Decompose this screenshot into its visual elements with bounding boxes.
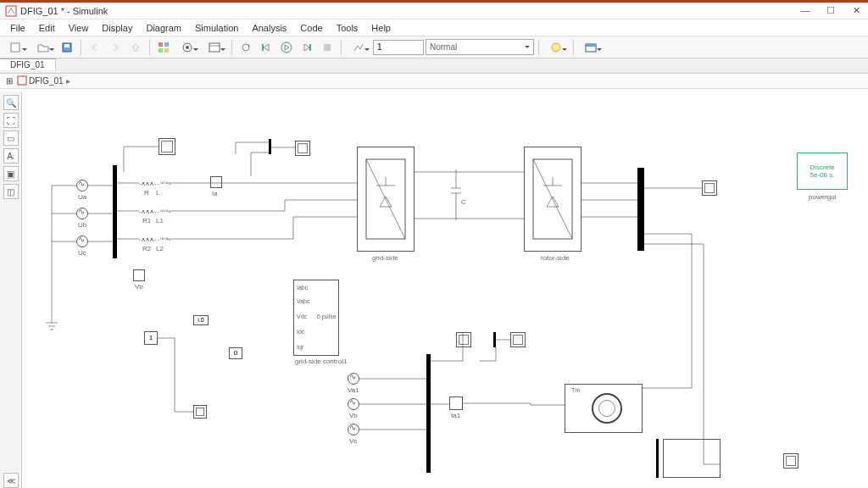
library-browser-button[interactable] xyxy=(154,39,173,56)
step-forward-button[interactable] xyxy=(298,39,316,56)
update-diagram-button[interactable] xyxy=(236,39,255,56)
bottom-button[interactable]: ≪ xyxy=(3,473,19,488)
record-button[interactable] xyxy=(346,39,371,56)
svg-rect-7 xyxy=(164,48,169,53)
expand-icon[interactable]: ⊞ xyxy=(3,76,15,86)
model-icon xyxy=(15,75,29,87)
open-button[interactable] xyxy=(31,39,56,56)
svg-rect-18 xyxy=(586,44,596,47)
menu-view[interactable]: View xyxy=(62,21,96,35)
svg-rect-0 xyxy=(6,6,16,16)
svg-rect-4 xyxy=(159,42,163,47)
menu-display[interactable]: Display xyxy=(95,21,139,35)
signal-lines xyxy=(22,92,868,488)
window-buttons: — ☐ ✕ xyxy=(798,5,863,16)
annotate-button[interactable]: Aᵢ xyxy=(3,148,19,164)
viewer-button[interactable]: ◫ xyxy=(3,184,19,199)
breadcrumb-bar: ⊞ DFIG_01 ▸ xyxy=(0,74,868,89)
zoom-button[interactable]: 🔍 xyxy=(3,95,19,110)
model-explorer-button[interactable] xyxy=(202,39,227,56)
fit-button[interactable]: ⛶ xyxy=(3,113,19,128)
model-canvas[interactable]: ⬉ Ua Ub Uc -ʌʌʌ--ᵚᵚ- R L -ʌʌʌ--ᵚᵚ- R1 L1… xyxy=(22,92,868,488)
svg-rect-10 xyxy=(209,43,220,52)
svg-point-13 xyxy=(281,42,292,53)
close-button[interactable]: ✕ xyxy=(849,5,863,16)
menu-help[interactable]: Help xyxy=(364,21,398,35)
svg-point-9 xyxy=(186,46,189,49)
work-area: 🔍 ⛶ ▭ Aᵢ ▣ ◫ ≪ ⬉ Ua Ub Uc -ʌʌʌ--ᵚᵚ- R L … xyxy=(0,92,868,488)
forward-button[interactable] xyxy=(106,39,125,56)
canvas-toolbar: 🔍 ⛶ ▭ Aᵢ ▣ ◫ ≪ xyxy=(0,92,22,488)
svg-rect-1 xyxy=(11,43,19,52)
breadcrumb-root[interactable]: DFIG_01 xyxy=(29,76,64,86)
menu-file[interactable]: File xyxy=(3,21,32,35)
chevron-right-icon: ▸ xyxy=(64,76,73,86)
window-titlebar: DFIG_01 * - Simulink — ☐ ✕ xyxy=(0,3,868,19)
tab-model[interactable]: DFIG_01 xyxy=(0,58,56,70)
menu-diagram[interactable]: Diagram xyxy=(139,21,188,35)
schedule-button[interactable] xyxy=(578,39,604,56)
svg-rect-3 xyxy=(64,44,70,47)
back-button[interactable] xyxy=(86,39,104,56)
menu-analysis[interactable]: Analysis xyxy=(245,21,293,35)
sim-mode-select[interactable]: Normal xyxy=(426,39,534,55)
fast-restart-button[interactable] xyxy=(543,39,569,56)
tab-bar: DFIG_01 xyxy=(0,58,868,74)
svg-rect-15 xyxy=(324,44,331,51)
new-model-button[interactable] xyxy=(3,39,29,56)
menu-simulation[interactable]: Simulation xyxy=(188,21,245,35)
maximize-button[interactable]: ☐ xyxy=(824,5,837,16)
svg-rect-19 xyxy=(18,76,26,85)
svg-rect-14 xyxy=(309,44,311,51)
stop-time-input[interactable] xyxy=(373,40,424,55)
model-config-button[interactable] xyxy=(175,39,200,56)
run-button[interactable] xyxy=(277,39,296,56)
image-button[interactable]: ▣ xyxy=(3,166,19,181)
svg-rect-12 xyxy=(262,44,264,51)
window-title: DFIG_01 * - Simulink xyxy=(20,6,798,16)
svg-point-16 xyxy=(552,43,560,52)
menu-code[interactable]: Code xyxy=(293,21,329,35)
step-back-button[interactable] xyxy=(257,39,275,56)
up-button[interactable] xyxy=(126,39,145,56)
app-icon xyxy=(5,5,17,17)
save-button[interactable] xyxy=(58,39,76,56)
menu-edit[interactable]: Edit xyxy=(32,21,62,35)
svg-rect-6 xyxy=(159,48,163,53)
menu-bar: File Edit View Display Diagram Simulatio… xyxy=(0,19,868,36)
menu-tools[interactable]: Tools xyxy=(330,21,365,35)
minimize-button[interactable]: — xyxy=(798,5,812,16)
stop-button[interactable] xyxy=(318,39,337,56)
svg-rect-5 xyxy=(164,42,169,47)
toolbar: Normal xyxy=(0,36,868,58)
comment-button[interactable]: ▭ xyxy=(3,130,19,146)
